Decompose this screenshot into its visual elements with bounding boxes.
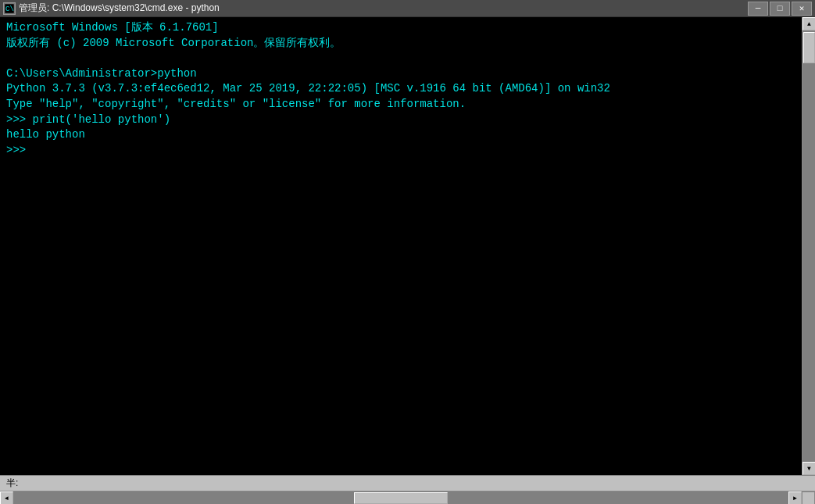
console-output: Microsoft Windows [版本 6.1.7601] 版权所有 (c)… [6, 20, 795, 158]
window-title: 管理员: C:\Windows\system32\cmd.exe - pytho… [19, 2, 220, 15]
minimize-button[interactable]: ─ [748, 2, 768, 16]
console-area[interactable]: Microsoft Windows [版本 6.1.7601] 版权所有 (c)… [0, 17, 802, 475]
status-text: 半: [0, 477, 18, 490]
horizontal-scrollbar[interactable]: ◄ ► [0, 491, 815, 504]
status-bar: 半: [0, 475, 815, 491]
h-scroll-track[interactable] [13, 491, 788, 505]
cmd-icon: C\ [3, 2, 16, 15]
scroll-thumb[interactable] [803, 32, 815, 63]
title-bar: C\ 管理员: C:\Windows\system32\cmd.exe - py… [0, 0, 815, 17]
svg-text:C\: C\ [5, 5, 14, 13]
scroll-right-button[interactable]: ► [788, 491, 802, 505]
scroll-track[interactable] [802, 30, 815, 462]
vertical-scrollbar[interactable]: ▲ ▼ [802, 17, 815, 475]
scroll-left-button[interactable]: ◄ [0, 491, 13, 505]
h-scroll-thumb[interactable] [354, 492, 448, 504]
window-controls[interactable]: ─ □ ✕ [748, 2, 812, 16]
close-button[interactable]: ✕ [792, 2, 812, 16]
restore-button[interactable]: □ [770, 2, 790, 16]
scroll-down-button[interactable]: ▼ [802, 462, 815, 475]
title-bar-left: C\ 管理员: C:\Windows\system32\cmd.exe - py… [3, 2, 220, 15]
scrollbar-corner [802, 491, 815, 505]
scroll-up-button[interactable]: ▲ [802, 17, 815, 30]
main-area: Microsoft Windows [版本 6.1.7601] 版权所有 (c)… [0, 17, 815, 475]
